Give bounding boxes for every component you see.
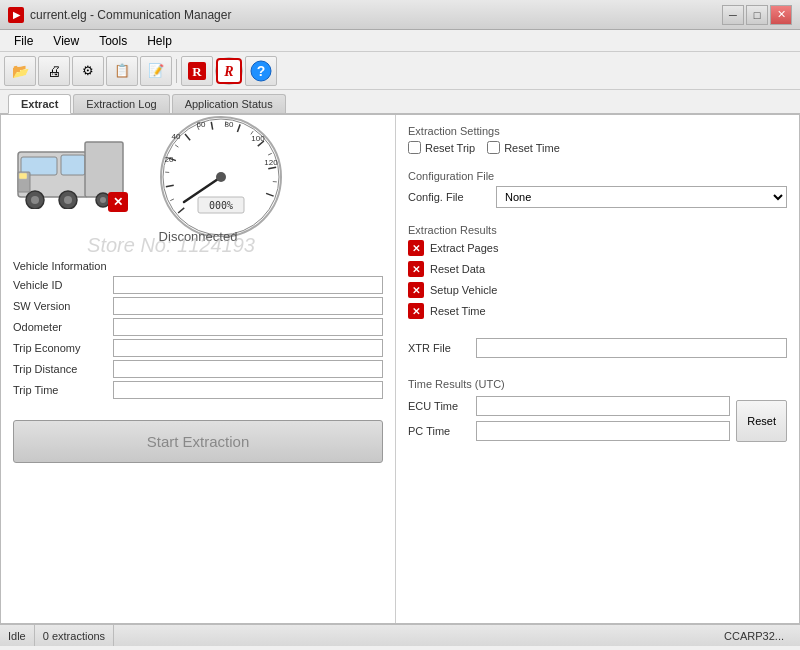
vehicle-info-section: Vehicle Information Vehicle ID SW Versio… (13, 260, 383, 402)
tab-extract[interactable]: Extract (8, 94, 71, 114)
time-inputs-col: ECU Time PC Time (408, 396, 730, 446)
app-icon: ▶ (8, 7, 24, 23)
setup-vehicle-label: Setup Vehicle (430, 284, 497, 296)
reset-time-checkbox[interactable] (487, 141, 500, 154)
menu-tools[interactable]: Tools (89, 32, 137, 50)
status-idle: Idle (8, 625, 35, 646)
trip-distance-label: Trip Distance (13, 363, 113, 375)
config-select[interactable]: None (496, 186, 787, 208)
help-icon[interactable]: ? (245, 56, 277, 86)
trip-time-input[interactable] (113, 381, 383, 399)
start-extraction-button[interactable]: Start Extraction (13, 420, 383, 463)
status-extractions: 0 extractions (35, 625, 114, 646)
reset-data-icon: ✕ (408, 261, 424, 277)
reset-time-row: Reset Time (487, 141, 560, 154)
minimize-button[interactable]: ─ (722, 5, 744, 25)
title-bar: ▶ current.elg - Communication Manager ─ … (0, 0, 800, 30)
document-icon[interactable]: 📝 (140, 56, 172, 86)
speedometer-area: 20 40 60 80 100 120 000% (141, 127, 301, 217)
toolbar: 📂 🖨 ⚙ 📋 📝 R R ? (0, 52, 800, 90)
time-results-section: Time Results (UTC) ECU Time PC Time Rese… (408, 378, 787, 446)
odometer-input[interactable] (113, 318, 383, 336)
extraction-results-section: Extraction Results ✕ Extract Pages ✕ Res… (408, 224, 787, 324)
maximize-button[interactable]: □ (746, 5, 768, 25)
trip-economy-label: Trip Economy (13, 342, 113, 354)
result-reset-time: ✕ Reset Time (408, 303, 787, 319)
reset-time-icon: ✕ (408, 303, 424, 319)
xtr-input[interactable] (476, 338, 787, 358)
right-panel: Extraction Settings Reset Trip Reset Tim… (396, 115, 799, 623)
vehicle-area: ✕ (13, 127, 383, 217)
truck-icon-area: ✕ (13, 127, 133, 217)
svg-rect-7 (61, 155, 85, 175)
extract-pages-label: Extract Pages (430, 242, 498, 254)
svg-point-13 (64, 196, 72, 204)
time-rows: ECU Time PC Time Reset (408, 396, 787, 446)
title-bar-left: ▶ current.elg - Communication Manager (8, 7, 231, 23)
extraction-results-label: Extraction Results (408, 224, 787, 236)
svg-point-11 (31, 196, 39, 204)
extraction-settings-checkboxes: Reset Trip Reset Time (408, 141, 787, 154)
svg-text:60: 60 (197, 120, 206, 129)
svg-text:120: 120 (264, 158, 278, 167)
left-panel: ✕ (1, 115, 396, 623)
reset-time-label: Reset Time (430, 305, 486, 317)
trip-economy-row: Trip Economy (13, 339, 383, 357)
config-row: Config. File None (408, 186, 787, 208)
close-button[interactable]: ✕ (770, 5, 792, 25)
svg-point-46 (216, 172, 226, 182)
reset-data-label: Reset Data (430, 263, 485, 275)
svg-text:100: 100 (251, 134, 265, 143)
menu-bar: File View Tools Help (0, 30, 800, 52)
speedometer-svg: 20 40 60 80 100 120 000% (146, 107, 296, 237)
odometer-row: Odometer (13, 318, 383, 336)
disconnected-status: Disconnected (13, 229, 383, 244)
trip-economy-input[interactable] (113, 339, 383, 357)
svg-point-15 (100, 197, 106, 203)
print-icon[interactable]: 🖨 (38, 56, 70, 86)
reset-trip-row: Reset Trip (408, 141, 475, 154)
xtr-label: XTR File (408, 342, 468, 354)
trip-distance-row: Trip Distance (13, 360, 383, 378)
vehicle-id-row: Vehicle ID (13, 276, 383, 294)
result-setup-vehicle: ✕ Setup Vehicle (408, 282, 787, 298)
pc-time-row: PC Time (408, 421, 730, 441)
open-icon[interactable]: 📂 (4, 56, 36, 86)
sw-version-label: SW Version (13, 300, 113, 312)
menu-file[interactable]: File (4, 32, 43, 50)
status-bar: Idle 0 extractions CCARP32... (0, 624, 800, 646)
config-label: Config. File (408, 191, 488, 203)
setup-vehicle-icon: ✕ (408, 282, 424, 298)
error-badge: ✕ (108, 192, 128, 212)
xtr-file-row: XTR File (408, 338, 787, 358)
registered-icon[interactable]: R (215, 57, 243, 85)
menu-help[interactable]: Help (137, 32, 182, 50)
trip-time-label: Trip Time (13, 384, 113, 396)
tab-bar: Extract Extraction Log Application Statu… (0, 90, 800, 114)
pc-time-input[interactable] (476, 421, 730, 441)
extraction-settings-label: Extraction Settings (408, 125, 787, 137)
extract-icon[interactable]: R (181, 56, 213, 86)
menu-view[interactable]: View (43, 32, 89, 50)
extraction-settings-section: Extraction Settings Reset Trip Reset Tim… (408, 125, 787, 162)
trip-time-row: Trip Time (13, 381, 383, 399)
sw-version-input[interactable] (113, 297, 383, 315)
clipboard-icon[interactable]: 📋 (106, 56, 138, 86)
vehicle-id-label: Vehicle ID (13, 279, 113, 291)
status-platform: CCARP32... (716, 625, 792, 646)
settings-icon[interactable]: ⚙ (72, 56, 104, 86)
reset-trip-checkbox[interactable] (408, 141, 421, 154)
window-title: current.elg - Communication Manager (30, 8, 231, 22)
ecu-time-input[interactable] (476, 396, 730, 416)
main-content: ✕ (0, 114, 800, 624)
svg-text:R: R (192, 64, 202, 79)
time-reset-button[interactable]: Reset (736, 400, 787, 442)
trip-distance-input[interactable] (113, 360, 383, 378)
svg-rect-8 (85, 142, 123, 197)
extract-pages-icon: ✕ (408, 240, 424, 256)
vehicle-info-label: Vehicle Information (13, 260, 383, 272)
svg-text:R: R (223, 64, 233, 79)
reset-trip-label: Reset Trip (425, 142, 475, 154)
vehicle-id-input[interactable] (113, 276, 383, 294)
svg-rect-19 (19, 173, 27, 179)
